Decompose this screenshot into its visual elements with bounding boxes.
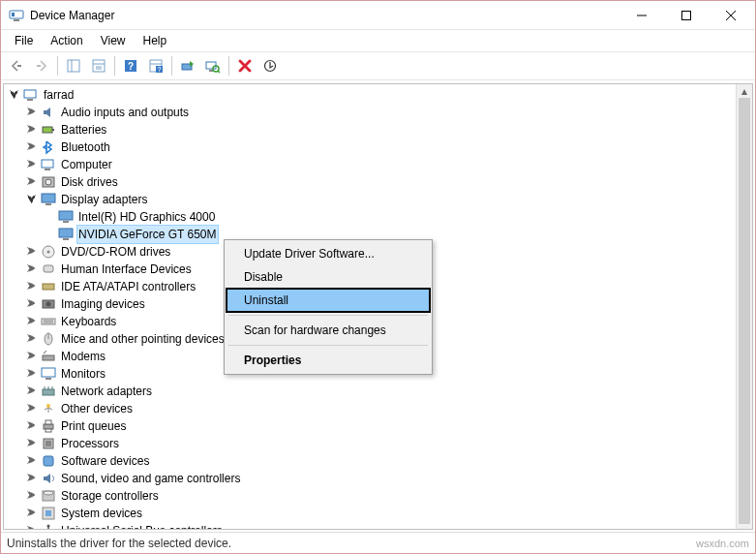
action-help-button[interactable]: ? [144, 54, 167, 77]
collapse-arrow-icon[interactable]: ⮟ [25, 191, 39, 208]
tree-node-network-adapters[interactable]: ⮞Network adapters [4, 383, 752, 400]
toolbar-separator [114, 56, 115, 76]
expand-arrow-icon[interactable]: ⮞ [25, 470, 39, 487]
uninstall-button[interactable] [233, 54, 257, 77]
toolbar-separator [57, 56, 58, 76]
svg-rect-62 [45, 420, 51, 424]
scroll-up-button[interactable]: ▴ [737, 84, 752, 98]
expand-arrow-icon[interactable]: ⮞ [25, 261, 39, 278]
collapse-arrow-icon[interactable]: ⮟ [8, 86, 21, 104]
expand-arrow-icon[interactable]: ⮞ [25, 104, 39, 121]
expand-arrow-icon[interactable]: ⮞ [25, 505, 39, 522]
tree-node-farrad[interactable]: ⮟farrad [4, 86, 752, 104]
tree-node-storage-controllers[interactable]: ⮞Storage controllers [4, 487, 752, 505]
svg-rect-44 [43, 284, 54, 290]
tree-node-intel-r-hd-graphics-4000[interactable]: Intel(R) HD Graphics 4000 [4, 208, 752, 226]
context-menu-scan-for-hardware-changes[interactable]: Scan for hardware changes [227, 319, 430, 342]
properties-button[interactable] [87, 54, 110, 77]
update-driver-button[interactable] [176, 54, 199, 77]
menu-file[interactable]: File [7, 32, 41, 49]
svg-rect-66 [44, 456, 53, 466]
show-hide-tree-button[interactable] [62, 54, 85, 77]
disable-button[interactable] [258, 54, 282, 77]
computer-icon [23, 87, 39, 103]
ide-icon [41, 279, 56, 294]
expand-arrow-icon[interactable]: ⮞ [25, 313, 39, 330]
tree-node-disk-drives[interactable]: ⮞Disk drives [4, 173, 752, 191]
tree-node-label: Monitors [59, 365, 107, 383]
tree-node-label: Sound, video and game controllers [59, 470, 242, 487]
tree-node-label: Keyboards [59, 313, 118, 330]
statusbar: Uninstalls the driver for the selected d… [1, 532, 755, 553]
tree-node-software-devices[interactable]: ⮞Software devices [4, 452, 752, 470]
display-icon [58, 227, 74, 242]
context-menu-update-driver-software[interactable]: Update Driver Software... [227, 242, 430, 265]
expand-arrow-icon[interactable]: ⮞ [25, 348, 39, 365]
tree-node-label: Storage controllers [59, 487, 161, 505]
display-icon [41, 192, 56, 207]
tree-node-print-queues[interactable]: ⮞Print queues [4, 417, 752, 435]
tree-node-label: farrad [42, 86, 76, 104]
expand-arrow-icon[interactable]: ⮞ [25, 295, 39, 313]
context-menu-uninstall[interactable]: Uninstall [227, 289, 430, 312]
svg-rect-32 [45, 169, 50, 170]
tree-node-label: Audio inputs and outputs [59, 104, 191, 121]
expand-arrow-icon[interactable]: ⮞ [25, 243, 39, 261]
expand-arrow-icon[interactable]: ⮞ [25, 156, 39, 173]
vertical-scrollbar[interactable]: ▴ ▾ [736, 84, 752, 529]
menu-action[interactable]: Action [43, 32, 90, 49]
back-button[interactable] [5, 54, 28, 77]
expand-arrow-icon[interactable]: ⮞ [25, 383, 39, 400]
expand-arrow-icon[interactable]: ⮞ [25, 487, 39, 505]
maximize-button[interactable] [664, 1, 709, 30]
system-icon [41, 506, 56, 521]
expand-arrow-icon[interactable]: ⮞ [25, 121, 39, 138]
tree-node-other-devices[interactable]: ⮞Other devices [4, 400, 752, 417]
expand-arrow-icon[interactable]: ⮞ [25, 278, 39, 295]
close-button[interactable] [709, 1, 753, 30]
svg-rect-55 [45, 378, 51, 380]
expand-arrow-icon[interactable]: ⮞ [25, 417, 39, 435]
expand-arrow-icon[interactable]: ⮞ [25, 522, 39, 529]
toolbar-separator [171, 56, 172, 76]
disk-icon [41, 174, 56, 190]
tree-node-bluetooth[interactable]: ⮞Bluetooth [4, 138, 752, 156]
help-button[interactable]: ? [119, 54, 142, 77]
status-text: Uninstalls the driver for the selected d… [7, 537, 231, 550]
tree-node-computer[interactable]: ⮞Computer [4, 156, 752, 173]
expand-arrow-icon[interactable]: ⮞ [25, 138, 39, 156]
menu-view[interactable]: View [93, 32, 134, 49]
tree-node-sound-video-and-game-controllers[interactable]: ⮞Sound, video and game controllers [4, 470, 752, 487]
scroll-thumb[interactable] [739, 98, 750, 524]
expand-arrow-icon[interactable]: ⮞ [25, 452, 39, 470]
tree-node-label: Print queues [59, 417, 128, 435]
expand-arrow-icon[interactable]: ⮞ [25, 435, 39, 452]
expand-arrow-icon[interactable]: ⮞ [25, 400, 39, 417]
expand-arrow-icon[interactable]: ⮞ [25, 330, 39, 348]
tree-node-batteries[interactable]: ⮞Batteries [4, 121, 752, 138]
tree-node-audio-inputs-and-outputs[interactable]: ⮞Audio inputs and outputs [4, 104, 752, 121]
svg-rect-29 [43, 127, 52, 133]
audio-icon [41, 105, 56, 120]
tree-node-label: Imaging devices [59, 295, 147, 313]
svg-rect-43 [44, 265, 53, 272]
expand-arrow-icon[interactable]: ⮞ [25, 173, 39, 191]
context-menu-separator [228, 345, 428, 346]
svg-point-42 [47, 251, 50, 254]
tree-node-display-adapters[interactable]: ⮟Display adapters [4, 191, 752, 208]
forward-button[interactable] [30, 54, 53, 77]
tree-node-processors[interactable]: ⮞Processors [4, 435, 752, 452]
menu-help[interactable]: Help [136, 32, 175, 49]
svg-rect-8 [37, 65, 41, 67]
expand-arrow-icon[interactable]: ⮞ [25, 365, 39, 383]
minimize-button[interactable] [620, 1, 664, 30]
scroll-down-button[interactable]: ▾ [737, 524, 752, 530]
scan-hardware-button[interactable] [201, 54, 225, 77]
window-title: Device Manager [30, 9, 620, 22]
context-menu-properties[interactable]: Properties [227, 349, 430, 372]
context-menu-disable[interactable]: Disable [227, 265, 430, 289]
app-icon [9, 8, 24, 23]
tree-node-universal-serial-bus-controllers[interactable]: ⮞Universal Serial Bus controllers [4, 522, 752, 529]
tree-node-system-devices[interactable]: ⮞System devices [4, 505, 752, 522]
tree-node-label: Other devices [59, 400, 135, 417]
